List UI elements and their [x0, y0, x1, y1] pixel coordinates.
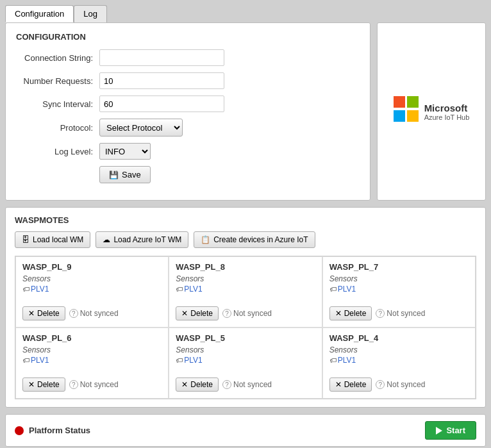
x-icon: ✕ — [181, 380, 188, 389]
protocol-select[interactable]: Select Protocol MQTT AMQP HTTP — [99, 119, 183, 137]
number-requests-label: Number Requests: — [16, 76, 99, 86]
protocol-label: Protocol: — [16, 123, 99, 133]
device-footer: ✕ Delete ? Not synced — [22, 306, 162, 320]
x-icon: ✕ — [335, 309, 342, 318]
not-synced-badge: ? Not synced — [69, 380, 119, 389]
help-icon[interactable]: ? — [69, 380, 78, 389]
device-sensors-label: Sensors — [329, 274, 469, 283]
load-local-label: Load local WM — [33, 235, 83, 244]
ms-logo-row: Microsoft Azure IoT Hub — [394, 96, 470, 127]
x-icon: ✕ — [181, 309, 188, 318]
list-item: WASP_PL_4 Sensors 🏷 PLV1 ✕ Delete ? Not … — [322, 328, 476, 399]
delete-button[interactable]: ✕ Delete — [329, 306, 372, 320]
connection-string-input[interactable] — [99, 49, 224, 66]
save-button[interactable]: 💾 Save — [99, 166, 151, 183]
delete-button[interactable]: ✕ Delete — [329, 377, 372, 392]
device-name: WASP_PL_8 — [176, 262, 315, 272]
help-icon[interactable]: ? — [376, 309, 385, 318]
device-tag: 🏷 PLV1 — [176, 285, 315, 294]
device-sensors-label: Sensors — [22, 345, 162, 354]
save-row: 💾 Save — [16, 166, 360, 183]
x-icon: ✕ — [28, 380, 35, 389]
load-local-wm-button[interactable]: 🗄 Load local WM — [15, 231, 90, 248]
load-azure-wm-button[interactable]: ☁ Load Azure IoT WM — [96, 231, 188, 248]
waspmotes-title: WASPMOTES — [15, 215, 476, 225]
ms-subtitle-label: Azure IoT Hub — [424, 113, 470, 121]
create-devices-button[interactable]: 📋 Create devices in Azure IoT — [194, 231, 315, 248]
tab-configuration[interactable]: Configuration — [5, 5, 74, 22]
delete-button[interactable]: ✕ Delete — [22, 306, 65, 320]
not-synced-badge: ? Not synced — [376, 309, 425, 318]
status-label: Platform Status — [29, 426, 90, 435]
save-label: Save — [122, 170, 141, 179]
logo-panel: Microsoft Azure IoT Hub — [377, 22, 486, 201]
cloud-icon: ☁ — [103, 235, 110, 244]
device-name: WASP_PL_5 — [176, 333, 315, 343]
sync-interval-label: Sync Interval: — [16, 99, 99, 109]
device-tag: 🏷 PLV1 — [22, 285, 162, 294]
not-synced-badge: ? Not synced — [376, 380, 425, 389]
tab-log[interactable]: Log — [74, 5, 107, 22]
start-label: Start — [446, 426, 465, 435]
device-footer: ✕ Delete ? Not synced — [329, 377, 469, 392]
tag-icon: 🏷 — [22, 356, 29, 364]
play-icon — [436, 427, 442, 435]
device-tag: 🏷 PLV1 — [22, 356, 162, 365]
device-name: WASP_PL_6 — [22, 333, 162, 343]
device-footer: ✕ Delete ? Not synced — [176, 306, 315, 320]
log-level-row: Log Level: INFO DEBUG WARN ERROR — [16, 143, 360, 160]
save-icon: 💾 — [109, 170, 119, 179]
delete-button[interactable]: ✕ Delete — [176, 306, 219, 320]
ms-brand-label: Microsoft — [424, 103, 470, 113]
number-requests-row: Number Requests: — [16, 72, 360, 89]
not-synced-badge: ? Not synced — [69, 309, 119, 318]
log-level-label: Log Level: — [16, 147, 99, 156]
config-panel: CONFIGURATION Connection String: Number … — [5, 22, 370, 201]
waspmotes-buttons: 🗄 Load local WM ☁ Load Azure IoT WM 📋 Cr… — [15, 231, 476, 248]
create-devices-label: Create devices in Azure IoT — [213, 235, 308, 244]
sync-interval-input[interactable] — [99, 95, 224, 112]
ms-logo-yellow — [407, 110, 419, 122]
create-icon: 📋 — [201, 235, 210, 244]
help-icon[interactable]: ? — [222, 309, 231, 318]
microsoft-logo-icon — [394, 96, 419, 122]
device-sensors-label: Sensors — [329, 345, 469, 354]
tag-icon: 🏷 — [176, 285, 183, 293]
device-tag: 🏷 PLV1 — [329, 285, 469, 294]
ms-logo-red — [394, 96, 405, 108]
help-icon[interactable]: ? — [222, 380, 231, 389]
ms-logo-blue — [394, 110, 405, 122]
list-item: WASP_PL_6 Sensors 🏷 PLV1 ✕ Delete ? Not … — [15, 328, 169, 399]
status-dot-icon — [15, 426, 24, 435]
start-button[interactable]: Start — [425, 421, 476, 440]
delete-button[interactable]: ✕ Delete — [22, 377, 65, 392]
device-name: WASP_PL_7 — [329, 262, 469, 272]
protocol-row: Protocol: Select Protocol MQTT AMQP HTTP — [16, 119, 360, 137]
not-synced-badge: ? Not synced — [222, 309, 272, 318]
device-sensors-label: Sensors — [176, 274, 315, 283]
help-icon[interactable]: ? — [69, 309, 78, 318]
main-content: CONFIGURATION Connection String: Number … — [0, 22, 491, 448]
connection-string-row: Connection String: — [16, 49, 360, 66]
tag-icon: 🏷 — [176, 356, 183, 364]
list-item: WASP_PL_8 Sensors 🏷 PLV1 ✕ Delete ? Not … — [169, 256, 322, 328]
top-row: CONFIGURATION Connection String: Number … — [5, 22, 486, 201]
tag-icon: 🏷 — [329, 285, 337, 293]
load-azure-label: Load Azure IoT WM — [113, 235, 181, 244]
database-icon: 🗄 — [22, 235, 29, 244]
list-item: WASP_PL_5 Sensors 🏷 PLV1 ✕ Delete ? Not … — [169, 328, 322, 399]
help-icon[interactable]: ? — [376, 380, 385, 389]
device-footer: ✕ Delete ? Not synced — [176, 377, 315, 392]
device-name: WASP_PL_9 — [22, 262, 162, 272]
status-bar: Platform Status Start — [5, 414, 486, 447]
devices-grid: WASP_PL_9 Sensors 🏷 PLV1 ✕ Delete ? Not … — [15, 256, 476, 399]
delete-button[interactable]: ✕ Delete — [176, 377, 219, 392]
ms-brand-text: Microsoft Azure IoT Hub — [424, 103, 470, 121]
list-item: WASP_PL_7 Sensors 🏷 PLV1 ✕ Delete ? Not … — [322, 256, 476, 328]
number-requests-input[interactable] — [99, 72, 224, 89]
log-level-select[interactable]: INFO DEBUG WARN ERROR — [99, 143, 151, 160]
status-left: Platform Status — [15, 426, 90, 435]
device-tag: 🏷 PLV1 — [329, 356, 469, 365]
not-synced-badge: ? Not synced — [222, 380, 272, 389]
device-footer: ✕ Delete ? Not synced — [329, 306, 469, 320]
